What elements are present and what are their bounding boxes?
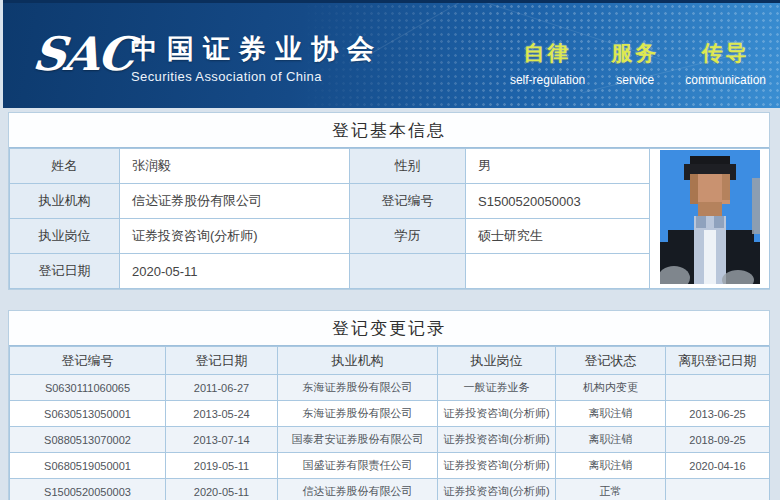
cell-reg-date: 2013-05-24	[166, 401, 278, 427]
slogan-cn: 传导	[702, 39, 750, 67]
field-value: 硕士研究生	[466, 219, 650, 254]
field-label	[350, 254, 466, 289]
cell-reg-number: S0680519050001	[10, 453, 166, 479]
table-row: S0880513070002 2013-07-14 国泰君安证券股份有限公司 证…	[10, 427, 770, 453]
field-label: 登记日期	[10, 254, 120, 289]
slogan-cn: 服务	[611, 39, 659, 67]
field-value: 证券投资咨询(分析师)	[120, 219, 350, 254]
cell-status: 离职注销	[556, 401, 666, 427]
field-label: 执业机构	[10, 184, 120, 219]
change-records-title: 登记变更记录	[9, 311, 769, 346]
field-label: 姓名	[10, 149, 120, 184]
cell-status: 离职注销	[556, 427, 666, 453]
table-header-row: 登记编号 登记日期 执业机构 执业岗位 登记状态 离职登记日期	[10, 347, 770, 375]
cell-resign-date: 2018-09-25	[666, 427, 770, 453]
sac-logo: SAC	[30, 27, 135, 81]
table-row: S0630513050001 2013-05-24 东海证券股份有限公司 证券投…	[10, 401, 770, 427]
column-header: 登记编号	[10, 347, 166, 375]
change-records-table: 登记编号 登记日期 执业机构 执业岗位 登记状态 离职登记日期 S0630111…	[9, 346, 770, 500]
slogan-service: 服务 service	[611, 39, 659, 87]
column-header: 离职登记日期	[666, 347, 770, 375]
cell-position: 证券投资咨询(分析师)	[438, 427, 556, 453]
field-value	[466, 254, 650, 289]
cell-resign-date	[666, 375, 770, 401]
table-row: 姓名 张润毅 性别 男	[10, 149, 770, 184]
org-name-english: Securities Association of China	[131, 69, 383, 84]
cell-institution: 信达证券股份有限公司	[278, 479, 438, 500]
cell-resign-date	[666, 479, 770, 500]
field-value: 张润毅	[120, 149, 350, 184]
slogan-en: communication	[685, 73, 766, 87]
field-value: 2020-05-11	[120, 254, 350, 289]
table-row: S0680519050001 2019-05-11 国盛证券有限责任公司 证券投…	[10, 453, 770, 479]
field-value: 男	[466, 149, 650, 184]
column-header: 执业岗位	[438, 347, 556, 375]
slogan-block: 自律 self-regulation 服务 service 传导 communi…	[510, 39, 766, 87]
field-value: S1500520050003	[466, 184, 650, 219]
column-header: 执业机构	[278, 347, 438, 375]
column-header: 登记日期	[166, 347, 278, 375]
cell-reg-number: S0630513050001	[10, 401, 166, 427]
field-label: 性别	[350, 149, 466, 184]
column-header: 登记状态	[556, 347, 666, 375]
cell-position: 证券投资咨询(分析师)	[438, 401, 556, 427]
field-label: 学历	[350, 219, 466, 254]
cell-reg-number: S0880513070002	[10, 427, 166, 453]
cell-status: 机构内变更	[556, 375, 666, 401]
cell-position: 证券投资咨询(分析师)	[438, 479, 556, 500]
cell-status: 离职注销	[556, 453, 666, 479]
cell-position: 一般证券业务	[438, 375, 556, 401]
table-row: S0630111060065 2011-06-27 东海证券股份有限公司 一般证…	[10, 375, 770, 401]
slogan-en: self-regulation	[510, 73, 585, 87]
table-row: S1500520050003 2020-05-11 信达证券股份有限公司 证券投…	[10, 479, 770, 500]
slogan-communication: 传导 communication	[685, 39, 766, 87]
portrait-photo-cell	[650, 149, 770, 289]
cell-resign-date: 2020-04-16	[666, 453, 770, 479]
cell-position: 证券投资咨询(分析师)	[438, 453, 556, 479]
cell-status: 正常	[556, 479, 666, 500]
cell-institution: 国泰君安证券股份有限公司	[278, 427, 438, 453]
basic-info-section: 登记基本信息 姓名 张润毅 性别 男	[8, 112, 770, 290]
cell-reg-number: S1500520050003	[10, 479, 166, 500]
cell-reg-date: 2013-07-14	[166, 427, 278, 453]
basic-info-title: 登记基本信息	[9, 113, 769, 148]
slogan-self-regulation: 自律 self-regulation	[510, 39, 585, 87]
org-name-chinese: 中国证券业协会	[131, 31, 383, 67]
cell-reg-date: 2019-05-11	[166, 453, 278, 479]
cell-reg-number: S0630111060065	[10, 375, 166, 401]
cell-reg-date: 2020-05-11	[166, 479, 278, 500]
slogan-cn: 自律	[524, 39, 572, 67]
slogan-en: service	[616, 73, 654, 87]
org-title-block: 中国证券业协会 Securities Association of China	[131, 31, 383, 84]
field-label: 登记编号	[350, 184, 466, 219]
top-banner: SAC 中国证券业协会 Securities Association of Ch…	[3, 0, 780, 108]
field-label: 执业岗位	[10, 219, 120, 254]
cell-resign-date: 2013-06-25	[666, 401, 770, 427]
cell-institution: 国盛证券有限责任公司	[278, 453, 438, 479]
change-records-section: 登记变更记录 登记编号 登记日期 执业机构 执业岗位 登记状态 离职登记日期 S…	[8, 310, 770, 500]
portrait-photo	[660, 150, 760, 284]
cell-reg-date: 2011-06-27	[166, 375, 278, 401]
field-value: 信达证券股份有限公司	[120, 184, 350, 219]
basic-info-table: 姓名 张润毅 性别 男	[9, 148, 770, 289]
cell-institution: 东海证券股份有限公司	[278, 375, 438, 401]
cell-institution: 东海证券股份有限公司	[278, 401, 438, 427]
